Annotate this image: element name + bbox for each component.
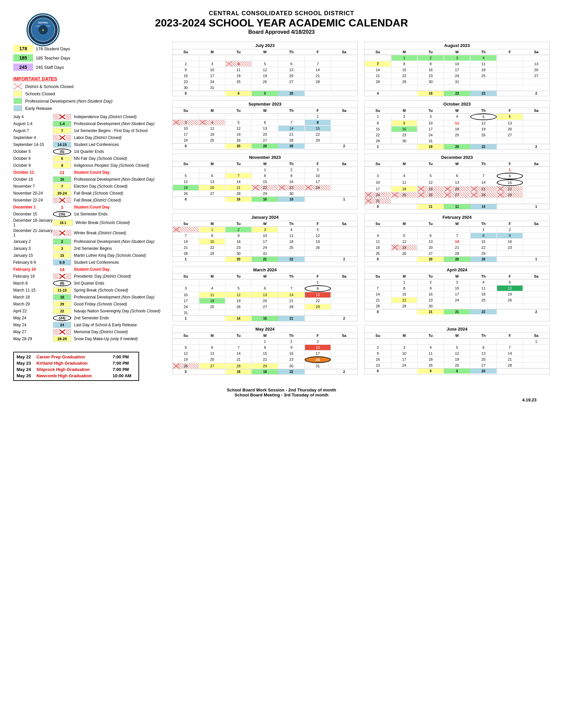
feb-summary: 02020201 bbox=[365, 256, 549, 262]
date-sep14-15: September 14-15 14-15 Student Led Confer… bbox=[13, 142, 169, 148]
district-name: CENTRAL CONSOLIDATED SCHOOL DISTRICT bbox=[13, 10, 550, 17]
calendar-row-2: September 2023 SuMTuWThFSa 1 3 bbox=[172, 100, 550, 150]
jan-header: SuMTuWThFSa bbox=[172, 221, 357, 227]
district-closed-label: District & Schools Closed bbox=[25, 84, 73, 89]
dates-list: July 4 Independence Day (District Closed… bbox=[13, 114, 169, 342]
date-may24-last: May 24 24 Last Day of School & Early Rel… bbox=[13, 322, 169, 328]
calendar-dec2023: December 2023 SuMTuWThFSa 1 3 4 5 bbox=[364, 154, 550, 209]
date-apr22: April 22 22 Navajo Nation Sovereignty Da… bbox=[13, 308, 169, 314]
date-aug7: August 7 7 1st Semester Begins - First D… bbox=[13, 128, 169, 134]
badge-oct9: 9 bbox=[53, 162, 71, 168]
july-title: July 2023 bbox=[172, 42, 357, 49]
aug-title: August 2023 bbox=[365, 42, 549, 49]
date-mar8: March 8 (8) 3rd Quarter Ends bbox=[13, 280, 169, 286]
nov-header: SuMTuWThFSa bbox=[172, 161, 357, 167]
badge-nov20-24: 20-24 bbox=[53, 190, 71, 196]
july-body: 2 3 4 5 6 7 9 10 11 12 13 14 bbox=[172, 55, 357, 91]
apr-summary: 02121222 bbox=[365, 309, 549, 314]
calendar-apr2024: April 2024 SuMTuWThFSa 1 2 3 4 5 7 8 9 bbox=[364, 266, 550, 321]
july-summary: 00020 bbox=[172, 91, 357, 96]
legend-early-release: Early Release bbox=[13, 105, 169, 111]
grad-row-4: May 25 Newcomb High Graduation 10:00 AM bbox=[17, 373, 136, 379]
schools-closed-icon bbox=[13, 91, 23, 97]
calendar-nov2023: November 2023 SuMTuWThFSa 1 2 3 5 6 7 bbox=[172, 154, 358, 209]
teacher-days-num: 185 bbox=[13, 54, 33, 62]
badge-may28-29: 28-29 bbox=[53, 336, 71, 342]
date-dec21-jan1: December 21-January 1 Winter Break (Dist… bbox=[13, 228, 169, 238]
badge-sep14-15: 14-15 bbox=[53, 142, 71, 148]
calendar-feb2024: February 2024 SuMTuWThFSa 1 2 4 5 6 bbox=[364, 213, 550, 262]
badge-mar11-15: 11-15 bbox=[53, 287, 71, 293]
date-oct5: October 5 (5) 1st Quarter Ends bbox=[13, 149, 169, 155]
date-may24-sem: May 24 (24) 2nd Semester Ends bbox=[13, 315, 169, 321]
feb-body: 1 2 4 5 6 7 8 9 11 12 13 14 15 bbox=[365, 227, 549, 256]
date-oct11: October 11 11 Student Count Day bbox=[13, 169, 169, 175]
badge-jan3: 3 bbox=[53, 246, 71, 251]
date-feb14: February 14 14 Student Count Day bbox=[13, 266, 169, 272]
legend-prof-dev: Professional Development (Non-Student Da… bbox=[13, 98, 169, 104]
date-may27: May 27 Memorial Day (District Closed) bbox=[13, 329, 169, 335]
staff-days-row: 245 245 Staff Days bbox=[13, 64, 169, 71]
date-jan15: January 15 15 Martin Luther King Day (Sc… bbox=[13, 252, 169, 258]
grad-row-1: May 22 Career Prep Graduation 7:00 PM bbox=[17, 354, 136, 360]
badge-jan15: 15 bbox=[53, 252, 71, 258]
jan-summary: 12021222 bbox=[172, 256, 357, 262]
footer-version: 4.19.23 bbox=[13, 397, 550, 402]
page-header: CENTRAL CONSOLIDATED SCHOOL DISTRICT 202… bbox=[13, 7, 550, 37]
badge-dec1: 1 bbox=[53, 204, 71, 210]
may-body: 1 2 3 5 6 7 8 9 10 12 13 14 15 bbox=[172, 339, 357, 369]
badge-oct11: 11 bbox=[53, 169, 71, 175]
date-nov7: November 7 7 Election Day (Schools Close… bbox=[13, 183, 169, 189]
grad-row-3: May 24 Shiprock High Graduation 7:00 PM bbox=[17, 366, 136, 373]
july-header: SuMTuWThFSa bbox=[172, 49, 357, 55]
date-aug1-4: August 1-4 1-4 Professional Development … bbox=[13, 121, 169, 127]
badge-nov22-24 bbox=[53, 197, 71, 203]
badge-sep4 bbox=[53, 135, 71, 141]
date-may28-29: May 28-29 28-29 Snow Day Make-Up (only i… bbox=[13, 336, 169, 342]
date-jan2: January 2 2 Professional Development (No… bbox=[13, 239, 169, 245]
svg-text:CENTRAL: CENTRAL bbox=[38, 22, 48, 24]
badge-nov7: 7 bbox=[53, 183, 71, 189]
badge-dec21-jan1 bbox=[53, 230, 71, 236]
apr-header: SuMTuWThFSa bbox=[365, 274, 549, 279]
jan-body: 1 2 3 4 5 7 8 9 10 11 12 14 15 bbox=[172, 227, 357, 256]
date-jan3: January 3 3 2nd Semester Begins bbox=[13, 246, 169, 251]
oct-summary: 11920222 bbox=[365, 144, 549, 149]
aug-summary: 41923232 bbox=[365, 91, 549, 96]
mar-body: 1 3 4 5 6 7 8 10 11 12 13 14 15 bbox=[172, 279, 357, 316]
aug-header: SuMTuWThFSa bbox=[365, 49, 549, 55]
calendar-row-4: January 2024 SuMTuWThFSa 1 2 3 4 5 7 bbox=[172, 213, 550, 262]
jun-header: SuMTuWThFSa bbox=[365, 333, 549, 339]
district-closed-icon bbox=[13, 83, 23, 89]
legend-section: IMPORTANT DATES District & Schools Close… bbox=[13, 76, 169, 111]
badge-mar29: 29 bbox=[53, 301, 71, 307]
sep-header: SuMTuWThFSa bbox=[172, 108, 357, 114]
grad-row-2: May 23 Kirtland High Graduation 7:00 PM bbox=[17, 360, 136, 366]
sep-title: September 2023 bbox=[172, 101, 357, 108]
dec-title: December 2023 bbox=[365, 154, 549, 161]
oct-title: October 2023 bbox=[365, 101, 549, 108]
jun-summary: 00020 bbox=[365, 368, 549, 374]
badge-mar18: 18 bbox=[53, 294, 71, 300]
date-dec1: December 1 1 Student Count Day bbox=[13, 204, 169, 210]
badge-oct16: 16 bbox=[53, 176, 71, 182]
may-summary: 01818222 bbox=[172, 369, 357, 374]
oct-header: SuMTuWThFSa bbox=[365, 108, 549, 114]
footer-line2: School Board Meeting - 3rd Tuesday of mo… bbox=[13, 392, 550, 397]
dec-body: 1 3 4 5 6 7 8 10 11 12 13 14 15 bbox=[365, 167, 549, 204]
date-nov22-24: November 22-24 Fall Break (District Clos… bbox=[13, 197, 169, 203]
date-july4: July 4 Independence Day (District Closed… bbox=[13, 114, 169, 120]
badge-mar8: (8) bbox=[53, 280, 71, 286]
board-approved: Board Approved 4/18/2023 bbox=[13, 29, 550, 35]
graduation-table: May 22 Career Prep Graduation 7:00 PM Ma… bbox=[13, 352, 139, 381]
calendar-row-1: July 2023 SuMTuWThFSa 2 3 bbox=[172, 42, 550, 96]
feb-header: SuMTuWThFSa bbox=[365, 221, 549, 227]
date-sep4: September 4 Labor Day (District Closed) bbox=[13, 135, 169, 141]
prof-dev-icon bbox=[13, 98, 23, 104]
date-feb19: February 19 Presidents' Day (District Cl… bbox=[13, 273, 169, 279]
calendar-jan2024: January 2024 SuMTuWThFSa 1 2 3 4 5 7 bbox=[172, 213, 358, 262]
may-header: SuMTuWThFSa bbox=[172, 333, 357, 339]
calendar-sep2023: September 2023 SuMTuWThFSa 1 3 bbox=[172, 100, 358, 150]
page-footer: School Board Work Session - 2nd Thursday… bbox=[13, 387, 550, 402]
calendar-jun2024: June 2024 SuMTuWThFSa 1 2 3 4 bbox=[364, 325, 550, 375]
